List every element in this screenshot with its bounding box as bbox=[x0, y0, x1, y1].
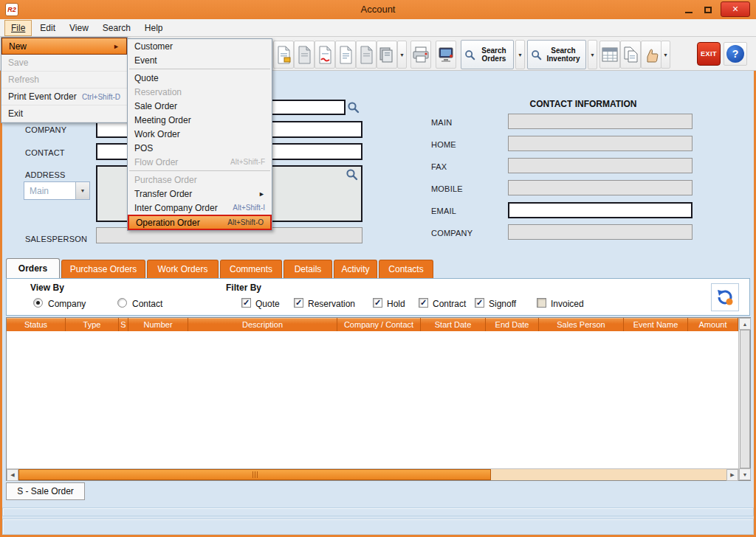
status-bar-lower bbox=[2, 519, 754, 535]
file-menu: New Save Refresh Print Event Order Ctrl+… bbox=[1, 37, 128, 123]
submenu-inter-company-order[interactable]: Inter Company Order Alt+Shift-I bbox=[128, 201, 272, 215]
submenu-work-order[interactable]: Work Order bbox=[128, 127, 272, 141]
submenu-transfer-order[interactable]: Transfer Order bbox=[128, 187, 272, 201]
column-header-company-contact[interactable]: Company / Contact bbox=[337, 318, 421, 331]
email-input[interactable] bbox=[508, 202, 693, 218]
toolbar-document-button[interactable] bbox=[273, 41, 294, 69]
search-orders-button[interactable]: Search Orders bbox=[461, 40, 514, 69]
toolbar-grid-button[interactable] bbox=[599, 41, 620, 69]
menu-file[interactable]: File bbox=[4, 20, 32, 36]
filter-hold-checkbox[interactable] bbox=[373, 298, 382, 308]
file-menu-exit[interactable]: Exit bbox=[1, 105, 127, 122]
filter-quote-checkbox[interactable] bbox=[241, 298, 251, 308]
file-menu-exit-label: Exit bbox=[8, 108, 23, 119]
filter-signoff-checkbox[interactable] bbox=[475, 298, 484, 308]
close-button[interactable] bbox=[721, 1, 750, 17]
toolbar-dropdown-arrow[interactable] bbox=[661, 41, 670, 69]
search-icon bbox=[464, 49, 475, 60]
search-icon bbox=[346, 168, 358, 181]
vertical-scrollbar-thumb[interactable] bbox=[740, 330, 750, 468]
column-header-description[interactable]: Description bbox=[188, 318, 337, 331]
tab-purchase-orders[interactable]: Purchase Orders bbox=[61, 260, 145, 278]
refresh-view-icon bbox=[715, 287, 735, 308]
copy-icon bbox=[622, 46, 639, 63]
search-orders-dropdown-arrow[interactable] bbox=[515, 40, 525, 69]
column-header-number[interactable]: Number bbox=[128, 318, 188, 331]
scroll-right-arrow[interactable]: ▶ bbox=[726, 469, 738, 481]
column-header-s[interactable]: S bbox=[119, 318, 128, 331]
tab-orders[interactable]: Orders bbox=[6, 258, 60, 278]
submenu-quote-label: Quote bbox=[134, 73, 159, 83]
submenu-operation-order[interactable]: Operation Order Alt+Shift-O bbox=[128, 215, 272, 230]
orders-table: Status Type S Number Description Company… bbox=[6, 317, 751, 481]
column-header-type[interactable]: Type bbox=[66, 318, 119, 331]
tab-comments[interactable]: Comments bbox=[220, 260, 282, 278]
column-header-start-date[interactable]: Start Date bbox=[421, 318, 486, 331]
exit-button[interactable]: EXIT bbox=[697, 42, 721, 66]
company-search-button[interactable] bbox=[346, 100, 360, 114]
toolbar-document-button[interactable] bbox=[356, 41, 377, 69]
tab-details[interactable]: Details bbox=[284, 260, 332, 278]
help-button[interactable]: ? bbox=[724, 42, 747, 66]
toolbar-copy-button[interactable] bbox=[620, 41, 641, 69]
chevron-down-icon[interactable] bbox=[75, 182, 89, 199]
filter-invoiced-checkbox[interactable] bbox=[537, 298, 546, 308]
maximize-icon bbox=[704, 7, 712, 13]
tab-work-orders[interactable]: Work Orders bbox=[147, 260, 219, 278]
scroll-left-arrow[interactable]: ◀ bbox=[7, 469, 18, 481]
column-header-event-name[interactable]: Event Name bbox=[624, 318, 688, 331]
file-menu-new[interactable]: New bbox=[1, 38, 127, 55]
search-icon bbox=[531, 49, 542, 60]
submenu-quote[interactable]: Quote bbox=[128, 71, 272, 85]
refresh-view-button[interactable] bbox=[711, 283, 739, 311]
view-by-company-radio[interactable] bbox=[33, 298, 43, 308]
toolbar-dropdown-arrow[interactable] bbox=[397, 41, 407, 69]
horizontal-scrollbar[interactable]: ◀ ▶ bbox=[7, 468, 738, 480]
filter-reservation-checkbox[interactable] bbox=[294, 298, 303, 308]
submenu-sale-order[interactable]: Sale Order bbox=[128, 99, 272, 113]
file-menu-print-event-order[interactable]: Print Event Order Ctrl+Shift-D bbox=[1, 89, 127, 105]
submenu-event-label: Event bbox=[134, 55, 157, 66]
company-phone-label: COMPANY bbox=[431, 229, 472, 238]
column-header-end-date[interactable]: End Date bbox=[486, 318, 539, 331]
table-body-empty bbox=[7, 331, 738, 468]
address-label: ADDRESS bbox=[25, 170, 66, 179]
menu-view[interactable]: View bbox=[63, 21, 94, 35]
address-type-combobox[interactable]: Main bbox=[24, 181, 90, 200]
column-header-amount[interactable]: Amount bbox=[688, 318, 738, 331]
view-by-contact-radio[interactable] bbox=[117, 298, 127, 308]
fax-label: FAX bbox=[431, 162, 447, 171]
scroll-down-arrow[interactable]: ▼ bbox=[739, 468, 751, 480]
toolbar-printer-button[interactable] bbox=[410, 41, 431, 69]
submenu-pos[interactable]: POS bbox=[128, 141, 272, 155]
scroll-up-arrow[interactable]: ▲ bbox=[739, 318, 751, 330]
search-inventory-dropdown-arrow[interactable] bbox=[588, 40, 597, 69]
submenu-customer[interactable]: Customer bbox=[128, 39, 272, 53]
search-inventory-button[interactable]: Search Inventory bbox=[527, 40, 586, 69]
column-header-sales-person[interactable]: Sales Person bbox=[539, 318, 624, 331]
menu-edit[interactable]: Edit bbox=[34, 21, 61, 35]
menu-help[interactable]: Help bbox=[139, 21, 169, 35]
tab-activity[interactable]: Activity bbox=[334, 260, 377, 278]
address-search-button[interactable] bbox=[344, 167, 359, 181]
submenu-meeting-order[interactable]: Meeting Order bbox=[128, 113, 272, 127]
tab-contacts[interactable]: Contacts bbox=[379, 260, 433, 278]
toolbar-documents-stack-button[interactable] bbox=[377, 41, 397, 69]
fax-icon bbox=[437, 46, 455, 63]
toolbar-document-button[interactable] bbox=[315, 41, 335, 69]
horizontal-scrollbar-thumb[interactable] bbox=[18, 469, 491, 480]
vertical-scrollbar[interactable]: ▲ ▼ bbox=[738, 318, 750, 480]
filter-contract-checkbox[interactable] bbox=[419, 298, 428, 308]
submenu-event[interactable]: Event bbox=[128, 53, 272, 67]
account-window: R2 Account File Edit View Search Help bbox=[0, 0, 756, 537]
toolbar-document-button[interactable] bbox=[294, 41, 315, 69]
column-header-status[interactable]: Status bbox=[7, 318, 66, 331]
menu-search[interactable]: Search bbox=[97, 21, 137, 35]
sale-order-legend: S - Sale Order bbox=[6, 482, 85, 500]
maximize-button[interactable] bbox=[700, 3, 716, 16]
document-icon bbox=[298, 46, 312, 64]
toolbar-signoff-button[interactable] bbox=[641, 41, 662, 69]
toolbar-fax-button[interactable] bbox=[436, 41, 456, 69]
toolbar-document-button[interactable] bbox=[335, 41, 356, 69]
minimize-button[interactable] bbox=[681, 3, 697, 16]
